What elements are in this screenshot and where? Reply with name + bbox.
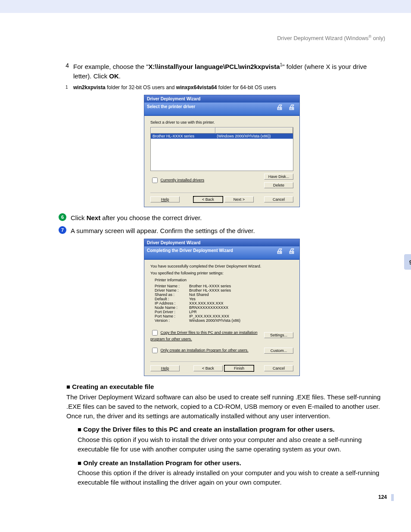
- dlg2-subtitle: Completing the Driver Deployment Wizard: [147, 248, 233, 253]
- header-text: Driver Deployment Wizard (Windows® only): [277, 35, 385, 41]
- footnote-1: 1 win2kxpvista folder for 32-bit OS user…: [73, 84, 385, 90]
- dialog-completing-wizard: Driver Deployment Wizard Completing the …: [144, 239, 300, 376]
- custom-button[interactable]: Custom...: [264, 348, 293, 354]
- delete-button[interactable]: Delete: [264, 182, 293, 188]
- dlg1-check-label: Currently installed drivers: [161, 178, 205, 182]
- s3-head: Only create an Installation Program for …: [78, 459, 241, 467]
- info-row: Port Driver :LPR: [155, 310, 293, 314]
- step-6: 6 Click Next after you choose the correc…: [59, 213, 385, 223]
- dlg2-line2: You specified the following printer sett…: [150, 271, 293, 275]
- info-row: Driver Name :Brother HL-XXXX series: [155, 288, 293, 292]
- footnote-1-num: 1: [65, 85, 68, 90]
- info-key: Version :: [155, 318, 189, 323]
- dlg2-titlebar: Driver Deployment Wizard: [144, 239, 299, 246]
- section-creating-exe: Creating an executable file The Driver D…: [66, 382, 385, 487]
- info-key: Shared as :: [155, 292, 189, 297]
- dlg2-line1: You have successfully completed the Driv…: [150, 264, 293, 268]
- footnote-1-t1: folder for 32-bit OS users and: [106, 84, 176, 90]
- dlg1-subtitle: Select the printer driver: [147, 104, 195, 109]
- step-4: 4 For example, choose the "X:\\install\y…: [59, 62, 385, 81]
- dlg2-header: Completing the Driver Deployment Wizard …: [144, 246, 299, 259]
- info-value: LPR: [189, 310, 197, 314]
- info-key: Driver Name :: [155, 288, 189, 292]
- dlg2-check-copy[interactable]: [152, 330, 158, 336]
- printer-icons-2: 🖨 🖨: [276, 247, 297, 255]
- info-value: Brother HL-XXXX series: [189, 288, 231, 292]
- page-number: 124: [378, 494, 387, 500]
- info-row: Version :Windows 2000/XP/Vista (x86): [155, 318, 293, 323]
- info-row: Node Name :BRNXXXXXXXXXXXX: [155, 305, 293, 310]
- step4-post: .: [119, 72, 121, 80]
- info-row: Printer Name :Brother HL-XXXX series: [155, 284, 293, 288]
- step6-pre: Click: [71, 214, 87, 221]
- info-key: Port Name :: [155, 314, 189, 318]
- finish-button[interactable]: Finish: [224, 365, 254, 371]
- s1-body: The Driver Deployment Wizard software ca…: [66, 392, 385, 420]
- info-row: Default :Yes: [155, 297, 293, 301]
- cancel-button-2[interactable]: Cancel: [264, 365, 293, 371]
- top-accent-bar: [0, 0, 411, 13]
- page-header: Driver Deployment Wizard (Windows® only): [59, 34, 385, 41]
- info-row: IP Address :XXX.XXX.XXX.XXX: [155, 301, 293, 305]
- info-value: BRNXXXXXXXXXXXX: [189, 305, 228, 310]
- footnote-1-t2: folder for 64-bit OS users: [217, 84, 276, 90]
- back-button-2[interactable]: < Back: [193, 365, 223, 371]
- s1-head: Creating an executable file: [66, 383, 154, 390]
- info-value: Yes: [189, 297, 196, 301]
- info-key: Printer Name :: [155, 284, 189, 288]
- dlg1-driver-list[interactable]: Brother HL-XXXX series (Windows 2000/XP/…: [150, 127, 293, 171]
- help-button-2[interactable]: Help: [150, 365, 180, 371]
- chapter-tab: 9: [404, 254, 411, 270]
- printer-icons: 🖨 🖨: [276, 103, 297, 111]
- help-button[interactable]: Help: [150, 196, 180, 202]
- dlg1-header: Select the printer driver 🖨 🖨: [144, 103, 299, 115]
- have-disk-button[interactable]: Have Disk...: [264, 174, 293, 180]
- dlg2-check1-label: Copy the Driver files to this PC and cre…: [150, 330, 258, 341]
- step6-post: after you choose the correct driver.: [100, 214, 202, 221]
- s3-body: Choose this option if the driver is alre…: [78, 468, 385, 487]
- dlg2-info-table: Printer Name :Brother HL-XXXX seriesDriv…: [155, 284, 293, 323]
- step7-text: A summary screen will appear. Confirm th…: [71, 226, 385, 236]
- info-row: Port Name :IP_XXX.XXX.XXX.XXX: [155, 314, 293, 318]
- step-7-badge: 7: [59, 226, 66, 234]
- dlg1-prompt: Select a driver to use with this printer…: [150, 120, 293, 124]
- s2-body: Choose this option if you wish to instal…: [78, 435, 385, 454]
- footnote-1-p2: winxpx64vista64: [176, 84, 217, 90]
- cancel-button[interactable]: Cancel: [264, 196, 293, 202]
- step4-pre: For example, choose the ": [73, 63, 149, 70]
- info-key: Port Driver :: [155, 310, 189, 314]
- info-key: IP Address :: [155, 301, 189, 305]
- footnote-1-p1: win2kxpvista: [73, 84, 106, 90]
- info-value: IP_XXX.XXX.XXX.XXX: [189, 314, 229, 318]
- s2-head: Copy the Driver files to this PC and cre…: [78, 426, 335, 433]
- info-value: Windows 2000/XP/Vista (x86): [189, 318, 240, 323]
- dlg1-check-installed[interactable]: [152, 177, 158, 183]
- page-content: Driver Deployment Wizard (Windows® only)…: [0, 13, 411, 509]
- back-button[interactable]: < Back: [193, 196, 223, 202]
- dlg2-info-header: Printer Information: [155, 278, 293, 282]
- dlg1-list-col2: (Windows 2000/XP/Vista (x86)): [215, 134, 293, 139]
- step4-ok: OK: [109, 72, 119, 80]
- step-6-badge: 6: [59, 213, 66, 221]
- step4-path: X:\\install\your language\PCL\win2kxpvis…: [149, 63, 280, 70]
- info-key: Default :: [155, 297, 189, 301]
- info-value: XXX.XXX.XXX.XXX: [189, 301, 224, 305]
- dlg1-list-col1: Brother HL-XXXX series: [151, 134, 215, 139]
- page-number-bar: [391, 494, 394, 501]
- info-value: Not Shared: [189, 292, 209, 297]
- settings-button[interactable]: Settings...: [264, 332, 293, 338]
- dlg2-check-only[interactable]: [152, 348, 158, 353]
- step6-bold: Next: [87, 214, 101, 221]
- info-key: Node Name :: [155, 305, 189, 310]
- dlg2-check2-label: Only create an Installation Program for …: [161, 348, 249, 352]
- step-4-number: 4: [59, 62, 69, 81]
- dlg1-titlebar: Driver Deployment Wizard: [144, 95, 299, 103]
- dialog-select-printer-driver: Driver Deployment Wizard Select the prin…: [144, 95, 300, 207]
- info-value: Brother HL-XXXX series: [189, 284, 231, 288]
- step-7: 7 A summary screen will appear. Confirm …: [59, 226, 385, 236]
- info-row: Shared as :Not Shared: [155, 292, 293, 297]
- next-button[interactable]: Next >: [224, 196, 254, 202]
